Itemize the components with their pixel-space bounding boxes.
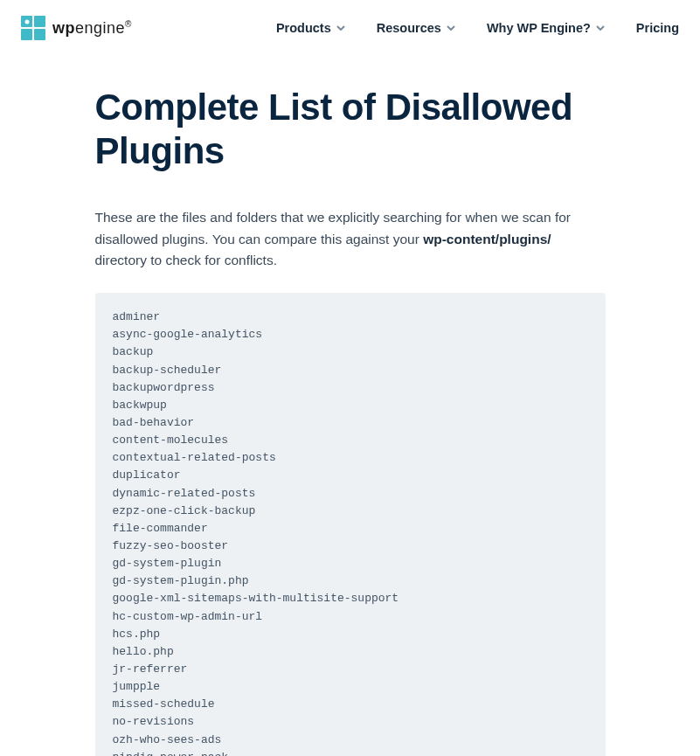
nav-pricing[interactable]: Pricing [636, 21, 679, 35]
logo-text: wpengine® [52, 19, 132, 38]
nav-why-label: Why WP Engine? [487, 21, 591, 35]
nav: Products Resources Why WP Engine? Pricin… [276, 21, 679, 35]
nav-pricing-label: Pricing [636, 21, 679, 35]
nav-resources[interactable]: Resources [377, 21, 455, 35]
plugin-list-code: adminer async-google-analytics backup ba… [95, 293, 606, 756]
intro-after: directory to check for conflicts. [95, 253, 277, 267]
nav-products[interactable]: Products [276, 21, 345, 35]
nav-products-label: Products [276, 21, 331, 35]
nav-resources-label: Resources [377, 21, 441, 35]
chevron-down-icon [336, 24, 345, 32]
header: wpengine® Products Resources Why WP Engi… [0, 0, 700, 56]
intro-code: wp-content/plugins/ [423, 232, 551, 246]
intro-text: These are the files and folders that we … [95, 207, 606, 272]
logo-bold: wp [52, 19, 75, 37]
page-title: Complete List of Disallowed Plugins [95, 86, 606, 174]
content: Complete List of Disallowed Plugins Thes… [53, 56, 648, 756]
logo[interactable]: wpengine® [21, 16, 132, 40]
nav-why[interactable]: Why WP Engine? [487, 21, 605, 35]
chevron-down-icon [596, 24, 605, 32]
chevron-down-icon [447, 24, 455, 32]
logo-registered: ® [125, 19, 132, 29]
logo-light: engine [75, 19, 125, 37]
logo-icon [21, 16, 45, 40]
